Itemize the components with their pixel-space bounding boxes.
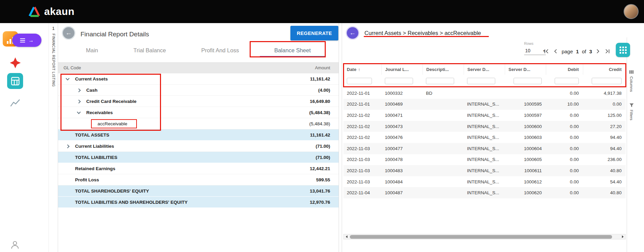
- profile-icon[interactable]: [11, 240, 19, 249]
- last-page-icon[interactable]: [604, 48, 610, 54]
- column-filter-input[interactable]: [467, 78, 495, 84]
- grid-row[interactable]: 2022-11-031000477INTERNAL_S...10006040.0…: [343, 143, 626, 154]
- grid-row[interactable]: 2022-11-021000473INTERNAL_S...10006000.0…: [343, 121, 626, 132]
- total-row[interactable]: TOTAL LIABILITIES(71.00): [58, 152, 339, 163]
- back-button[interactable]: ←: [62, 26, 75, 40]
- horizontal-scrollbar[interactable]: [343, 234, 626, 239]
- column-header[interactable]: Date↑: [343, 64, 381, 75]
- user-avatar[interactable]: [624, 4, 639, 19]
- tree-row[interactable]: Current Assets11,161.42: [58, 73, 339, 85]
- column-filter-input[interactable]: [514, 78, 542, 84]
- regenerate-button[interactable]: REGENERATE: [290, 26, 338, 40]
- grid-cell: 1000612: [505, 176, 546, 187]
- tree-row[interactable]: accReceivable(5,484.38): [58, 118, 339, 129]
- grid-cell: 1000603: [505, 132, 546, 143]
- workspace-tab-number: 1: [49, 26, 58, 31]
- grid-row[interactable]: 2022-11-011000469INTERNAL_S...100059510.…: [343, 99, 626, 110]
- total-pages: 3: [589, 49, 592, 54]
- scroll-left-arrow-icon[interactable]: [344, 234, 349, 239]
- column-filter-input[interactable]: [385, 78, 413, 84]
- grid-cell: 1000484: [381, 176, 423, 187]
- grid-row[interactable]: 2022-11-011000332BD0.004,917.38: [343, 88, 626, 99]
- column-header[interactable]: Descripti...: [423, 64, 464, 75]
- grid-cell: [423, 154, 464, 165]
- side-tab-filters[interactable]: Filters: [627, 103, 636, 120]
- scrollbar-thumb[interactable]: [350, 235, 612, 239]
- tree-row[interactable]: Cash(4.00): [58, 85, 339, 96]
- rows-per-page-select[interactable]: Rows 10 ▾: [524, 41, 546, 55]
- total-row[interactable]: TOTAL SHAREHOLDERS' EQUITY13,041.76: [58, 185, 339, 197]
- column-header[interactable]: Credit: [583, 64, 626, 75]
- gl-code-header: GL Code: [58, 65, 81, 70]
- next-page-icon[interactable]: [595, 48, 601, 54]
- tab-trial-balance[interactable]: Trial Balance: [116, 43, 184, 57]
- workspace-tab-financial-report-listing[interactable]: 1 FINANCIAL REPORT LISTING: [49, 23, 58, 252]
- total-row[interactable]: TOTAL ASSETS11,161.42: [58, 129, 339, 141]
- analytics-icon[interactable]: [10, 98, 20, 107]
- grid-row[interactable]: 2022-11-021000476INTERNAL_S...10006030.0…: [343, 132, 626, 143]
- tree-row[interactable]: Retained Earnings12,442.21: [58, 163, 339, 174]
- grid-cell: INTERNAL_S...: [464, 110, 505, 121]
- gl-row-amount: 599.55: [316, 177, 339, 182]
- scroll-right-arrow-icon[interactable]: [620, 234, 625, 239]
- side-tab-columns[interactable]: Columns: [627, 70, 636, 92]
- grid-dots-icon: [620, 47, 627, 54]
- first-page-icon[interactable]: [543, 48, 549, 54]
- column-header-label: Server D...: [508, 67, 530, 72]
- total-row[interactable]: TOTAL LIABILITIES AND SHAREHOLDERS' EQUI…: [58, 197, 339, 208]
- grid-row[interactable]: 2022-11-041000487INTERNAL_S...10006200.0…: [343, 187, 626, 198]
- sort-ascending-icon[interactable]: ↑: [358, 67, 360, 72]
- chevron-down-icon[interactable]: [66, 76, 69, 80]
- grid-cell: 94.40: [583, 132, 626, 143]
- pdf-tool-icon[interactable]: [9, 57, 21, 69]
- grid-cell: 2022-11-01: [343, 88, 381, 99]
- akaun-triangle-icon: [29, 6, 40, 17]
- grid-cell: 1000620: [505, 187, 546, 198]
- grid-cell: [423, 110, 464, 121]
- column-filter-input[interactable]: [592, 78, 622, 84]
- report-tabs: Main Trial Balance Profit And Loss Balan…: [68, 43, 328, 57]
- previous-page-icon[interactable]: [552, 48, 558, 54]
- column-header[interactable]: Server D...: [505, 64, 546, 75]
- tab-profit-and-loss[interactable]: Profit And Loss: [183, 43, 256, 57]
- grid-cell: 1000478: [381, 154, 423, 165]
- grid-row[interactable]: 2022-11-031000484INTERNAL_S...10006120.0…: [343, 176, 626, 187]
- of-word: of: [582, 49, 586, 54]
- column-header[interactable]: Journal L...: [381, 64, 423, 75]
- column-filter-input[interactable]: [555, 78, 579, 84]
- chevron-right-icon[interactable]: [77, 100, 80, 103]
- detail-back-button[interactable]: ←: [346, 26, 359, 40]
- grid-cell: 2022-11-02: [343, 132, 381, 143]
- column-header[interactable]: Debit: [546, 64, 583, 75]
- grid-cell: 40.80: [583, 165, 626, 176]
- column-header-label: Descripti...: [426, 67, 449, 72]
- grid-settings-button[interactable]: [616, 43, 630, 57]
- brand-logo: akaun: [29, 6, 74, 17]
- breadcrumb[interactable]: Current Assets > Receivables > accReceiv…: [364, 30, 481, 36]
- tree-row[interactable]: Profit Loss599.55: [58, 174, 339, 185]
- grid-cell: INTERNAL_S...: [464, 187, 505, 198]
- page-title: Financial Report Details: [80, 31, 149, 38]
- grid-cell: 0.00: [546, 110, 583, 121]
- chevron-right-icon[interactable]: [77, 88, 80, 92]
- current-page: 1: [576, 49, 579, 54]
- tab-balance-sheet[interactable]: Balance Sheet: [256, 43, 328, 57]
- grid-row[interactable]: 2022-11-031000483INTERNAL_S...10006110.0…: [343, 165, 626, 176]
- grid-cell: [423, 176, 464, 187]
- tree-row[interactable]: Receivables(5,484.38): [58, 107, 339, 118]
- menu-expand-icon[interactable]: →: [12, 34, 41, 47]
- grid-row[interactable]: 2022-11-021000471INTERNAL_S...10005970.0…: [343, 110, 626, 121]
- accounting-module-icon[interactable]: [7, 73, 23, 89]
- tree-row[interactable]: Credit Card Receivable16,649.80: [58, 96, 339, 107]
- column-filter-input[interactable]: [426, 78, 454, 84]
- tab-main[interactable]: Main: [68, 43, 116, 57]
- tree-row[interactable]: Current Liabilities(71.00): [58, 141, 339, 152]
- gl-row-label: Current Liabilities: [75, 144, 114, 149]
- chevron-right-icon[interactable]: [66, 144, 69, 148]
- gl-row-label: TOTAL ASSETS: [75, 132, 109, 138]
- column-header[interactable]: Server D...: [464, 64, 505, 75]
- grid-row[interactable]: 2022-11-031000478INTERNAL_S...10006050.0…: [343, 154, 626, 165]
- columns-icon: [629, 70, 633, 74]
- column-filter-input[interactable]: [347, 78, 372, 84]
- chevron-down-icon[interactable]: [77, 110, 80, 114]
